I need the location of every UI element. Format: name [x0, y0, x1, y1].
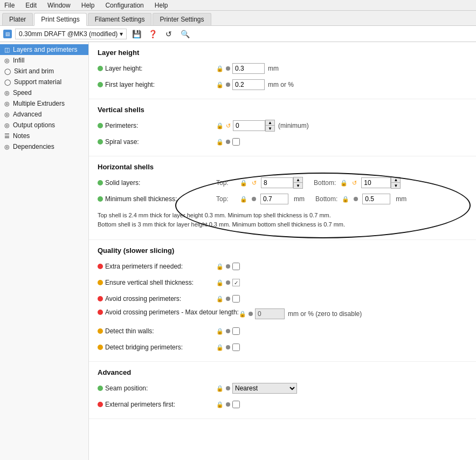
detect-bridging-row: Detect bridging perimeters: 🔒 — [98, 341, 467, 354]
bottom-lock-icon[interactable]: 🔒 — [340, 180, 348, 187]
spiral-lock-icon[interactable]: 🔒 — [216, 139, 224, 146]
detect-bridging-label: Detect bridging perimeters: — [98, 344, 216, 351]
spiral-vase-checkbox[interactable] — [232, 138, 240, 146]
ensure-vertical-row: Ensure vertical shell thickness: 🔒 ✓ — [98, 276, 467, 289]
first-layer-controls: 🔒 0.2 mm or % — [216, 79, 294, 90]
min-top-lock-icon[interactable]: 🔒 — [240, 196, 247, 203]
perimeters-lock-icon[interactable]: 🔒 — [216, 122, 224, 129]
tab-plater[interactable]: Plater — [2, 13, 33, 25]
top-lock-icon[interactable]: 🔒 — [240, 180, 247, 187]
sidebar-item-output-options[interactable]: ◎ Output options — [0, 120, 88, 131]
dropdown-arrow: ▾ — [120, 30, 123, 38]
min-top-unit: mm — [294, 195, 305, 203]
extra-perimeters-row: Extra perimeters if needed: 🔒 — [98, 260, 467, 273]
thin-lock[interactable]: 🔒 — [216, 328, 224, 335]
menu-edit[interactable]: Edit — [23, 1, 39, 10]
sidebar-item-support-material[interactable]: ◯ Support material — [0, 77, 88, 87]
layer-height-section: Layer height Layer height: 🔒 0.3 mm Firs… — [89, 42, 476, 99]
infill-icon: ◎ — [4, 57, 10, 64]
sidebar-item-advanced[interactable]: ◎ Advanced — [0, 109, 88, 120]
tab-printer-settings[interactable]: Printer Settings — [153, 13, 211, 25]
reset-button[interactable]: ↺ — [162, 28, 175, 40]
menu-help2[interactable]: Help — [153, 1, 170, 10]
lock-icon[interactable]: 🔒 — [216, 65, 224, 72]
min-bottom-input[interactable] — [362, 194, 390, 204]
first-layer-dot-ind — [226, 83, 230, 87]
seam-lock[interactable]: 🔒 — [216, 385, 224, 392]
advanced-title: Advanced — [98, 368, 467, 376]
spiral-dot-ind — [226, 140, 230, 144]
min-thickness-label: Minimum shell thickness: — [98, 195, 216, 203]
bottom-decrement[interactable]: ▼ — [391, 183, 400, 188]
bottom-increment[interactable]: ▲ — [391, 177, 400, 183]
spiral-vase-controls: 🔒 — [216, 138, 240, 146]
profile-dropdown[interactable]: 0.30mm DRAFT @MK3 (modified) ▾ — [15, 29, 127, 39]
top-reset-icon[interactable]: ↺ — [252, 180, 257, 187]
first-layer-label: First layer height: — [98, 81, 216, 88]
bottom-reset-icon[interactable]: ↺ — [352, 180, 357, 187]
menu-help[interactable]: Help — [79, 1, 97, 10]
sidebar-item-dependencies[interactable]: ◎ Dependencies — [0, 141, 88, 152]
top-increment[interactable]: ▲ — [294, 177, 302, 183]
perimeters-reset-icon[interactable]: ↺ — [226, 122, 231, 129]
detect-thin-checkbox[interactable] — [232, 327, 240, 335]
menu-file[interactable]: File — [2, 1, 17, 10]
sidebar-item-notes[interactable]: ☰ Notes — [0, 131, 88, 141]
external-controls: 🔒 — [216, 401, 240, 408]
min-bottom-lock-icon[interactable]: 🔒 — [342, 196, 349, 203]
min-top-input[interactable] — [260, 194, 288, 204]
detect-bridging-dot — [98, 345, 103, 350]
sidebar-label-support: Support material — [14, 78, 61, 86]
perimeters-dot — [98, 123, 103, 128]
seam-dot-ind — [226, 386, 230, 390]
detect-bridging-checkbox[interactable] — [232, 344, 240, 351]
menu-configuration[interactable]: Configuration — [103, 1, 146, 10]
external-lock[interactable]: 🔒 — [216, 401, 224, 408]
tab-filament-settings[interactable]: Filament Settings — [88, 13, 152, 25]
sidebar-item-infill[interactable]: ◎ Infill — [0, 55, 88, 66]
ensure-vertical-dot — [98, 280, 103, 285]
top-spinner: ▲ ▼ — [261, 177, 303, 189]
avoid-lock[interactable]: 🔒 — [216, 296, 224, 303]
quality-section: Quality (slower slicing) Extra perimeter… — [89, 240, 476, 362]
layer-height-controls: 🔒 0.3 mm — [216, 63, 279, 74]
top-layers-input[interactable] — [261, 177, 293, 188]
sidebar-item-layers-perimeters[interactable]: ◫ Layers and perimeters — [0, 44, 88, 55]
first-layer-lock-icon[interactable]: 🔒 — [216, 81, 224, 88]
top-decrement[interactable]: ▼ — [294, 183, 302, 188]
first-layer-input[interactable]: 0.2 — [232, 79, 265, 90]
ensure-vertical-checkbox[interactable]: ✓ — [232, 279, 240, 286]
layer-height-input[interactable]: 0.3 — [232, 63, 265, 74]
bridging-lock[interactable]: 🔒 — [216, 344, 224, 351]
bottom-spinner-btns: ▲ ▼ — [391, 177, 401, 189]
avoid-max-input[interactable] — [255, 308, 285, 319]
menu-window[interactable]: Window — [45, 1, 73, 10]
profile-name: 0.30mm DRAFT @MK3 (modified) — [19, 30, 118, 38]
external-perimeters-checkbox[interactable] — [232, 401, 240, 408]
avoid-max-lock[interactable]: 🔒 — [239, 311, 246, 318]
tab-print-settings[interactable]: Print Settings — [34, 13, 86, 26]
search-button[interactable]: 🔍 — [178, 28, 191, 40]
min-top-sublabel: Top: — [216, 195, 236, 203]
seam-dropdown[interactable]: Nearest Random Aligned Rear — [232, 383, 297, 394]
sidebar-item-speed[interactable]: ◎ Speed — [0, 87, 88, 98]
bottom-layers-input[interactable] — [361, 177, 391, 188]
perimeters-increment[interactable]: ▲ — [266, 120, 274, 126]
layers-icon: ◫ — [4, 46, 10, 53]
save-button[interactable]: 💾 — [130, 28, 143, 40]
perimeters-input[interactable] — [233, 120, 265, 131]
perimeters-decrement[interactable]: ▼ — [266, 126, 274, 131]
help-button[interactable]: ❓ — [146, 28, 159, 40]
layer-height-row: Layer height: 🔒 0.3 mm — [98, 62, 467, 75]
avoid-crossing-checkbox[interactable] — [232, 295, 240, 303]
avoid-crossing-max-label: Avoid crossing perimeters - Max detour l… — [98, 308, 239, 316]
sidebar-item-skirt-brim[interactable]: ◯ Skirt and brim — [0, 66, 88, 77]
ensure-lock[interactable]: 🔒 — [216, 279, 224, 286]
extra-perimeters-checkbox[interactable] — [232, 263, 240, 270]
layer-height-label: Layer height: — [98, 65, 216, 72]
extra-lock[interactable]: 🔒 — [216, 263, 224, 270]
ensure-vertical-label: Ensure vertical shell thickness: — [98, 279, 216, 286]
sidebar-item-multiple-extruders[interactable]: ◎ Multiple Extruders — [0, 98, 88, 109]
external-dot-ind — [226, 402, 230, 407]
perimeters-row: Perimeters: 🔒 ↺ ▲ ▼ (minimum) — [98, 119, 467, 132]
